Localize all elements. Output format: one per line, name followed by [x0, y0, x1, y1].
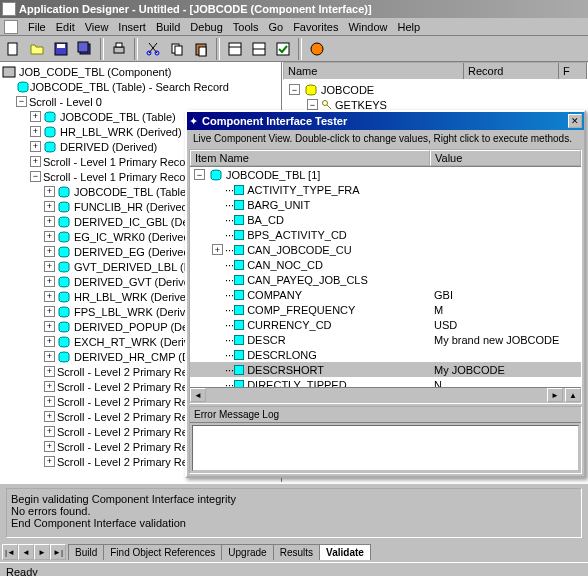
ci-root[interactable]: − JOBCODE [285, 82, 586, 97]
expand-icon[interactable]: + [44, 276, 55, 287]
menu-view[interactable]: View [85, 21, 109, 33]
grid-row[interactable]: ···DESCRSHORTMy JOBCODE [190, 362, 581, 377]
row-value[interactable]: N [430, 379, 581, 388]
expand-icon[interactable]: + [30, 111, 41, 122]
tab-results[interactable]: Results [273, 544, 320, 560]
col-itemname[interactable]: Item Name [190, 150, 430, 166]
expand-icon[interactable]: + [44, 396, 55, 407]
expand-icon[interactable]: + [30, 156, 41, 167]
menu-help[interactable]: Help [398, 21, 421, 33]
grid-row[interactable]: ···COMP_FREQUENCYM [190, 302, 581, 317]
collapse-icon[interactable]: − [289, 84, 300, 95]
collapse-icon[interactable]: − [194, 169, 205, 180]
grid-root[interactable]: − JOBCODE_TBL [1] [190, 167, 581, 182]
grid-body[interactable]: − JOBCODE_TBL [1] ···ACTIVITY_TYPE_FRA··… [190, 167, 581, 387]
validate-button[interactable] [272, 38, 294, 60]
expand-icon[interactable]: + [44, 456, 55, 467]
tab-next-button[interactable]: ► [34, 544, 50, 560]
expand-icon[interactable]: + [44, 246, 55, 257]
hscrollbar[interactable]: ◄ ► ▲ [190, 387, 581, 403]
row-value[interactable]: My brand new JOBCODE [430, 334, 581, 346]
new-button[interactable] [2, 38, 24, 60]
expand-icon[interactable]: + [44, 321, 55, 332]
menu-go[interactable]: Go [268, 21, 283, 33]
expand-icon[interactable]: + [30, 141, 41, 152]
tab-first-button[interactable]: |◄ [2, 544, 18, 560]
grid-row[interactable]: ···BA_CD [190, 212, 581, 227]
tree-search-record[interactable]: JOBCODE_TBL (Table) - Search Record [2, 79, 279, 94]
scroll-left-button[interactable]: ◄ [190, 388, 206, 402]
scroll-track[interactable] [206, 388, 547, 403]
tab-last-button[interactable]: ►| [50, 544, 66, 560]
expand-icon[interactable]: + [44, 336, 55, 347]
menu-file[interactable]: File [28, 21, 46, 33]
expand-icon[interactable]: + [44, 216, 55, 227]
expand-icon[interactable]: + [44, 186, 55, 197]
menu-tools[interactable]: Tools [233, 21, 259, 33]
grid-row[interactable]: +···CAN_JOBCODE_CU [190, 242, 581, 257]
menu-edit[interactable]: Edit [56, 21, 75, 33]
grid-row[interactable]: ···CAN_PAYEQ_JOB_CLS [190, 272, 581, 287]
grid-row[interactable]: ···DESCRMy brand new JOBCODE [190, 332, 581, 347]
tab-build[interactable]: Build [68, 544, 104, 560]
row-value[interactable]: My JOBCODE [430, 364, 581, 376]
tree-scroll-0[interactable]: − Scroll - Level 0 [2, 94, 279, 109]
error-log-body[interactable] [192, 425, 579, 471]
tab-validate[interactable]: Validate [319, 544, 371, 560]
menu-window[interactable]: Window [348, 21, 387, 33]
scroll-up-button[interactable]: ▲ [565, 388, 581, 402]
grid-row[interactable]: ···DESCRLONG [190, 347, 581, 362]
tree-root[interactable]: JOB_CODE_TBL (Component) [2, 64, 279, 79]
expand-icon[interactable]: + [44, 351, 55, 362]
menu-build[interactable]: Build [156, 21, 180, 33]
copy-button[interactable] [166, 38, 188, 60]
grid-row[interactable]: ···CURRENCY_CDUSD [190, 317, 581, 332]
collapse-icon[interactable]: − [30, 171, 41, 182]
row-value[interactable]: GBI [430, 289, 581, 301]
tab-upgrade[interactable]: Upgrade [221, 544, 273, 560]
expand-icon[interactable]: + [30, 126, 41, 137]
open-button[interactable] [26, 38, 48, 60]
expand-icon[interactable]: + [44, 426, 55, 437]
expand-icon[interactable]: + [44, 231, 55, 242]
grid-row[interactable]: ···ACTIVITY_TYPE_FRA [190, 182, 581, 197]
properties-button[interactable] [224, 38, 246, 60]
ci-tester-dialog[interactable]: ✦ Component Interface Tester ✕ Live Comp… [185, 110, 586, 478]
expand-icon[interactable]: + [44, 291, 55, 302]
print-button[interactable] [108, 38, 130, 60]
collapse-icon[interactable]: − [16, 96, 27, 107]
menu-insert[interactable]: Insert [118, 21, 146, 33]
menu-debug[interactable]: Debug [190, 21, 222, 33]
menu-favorites[interactable]: Favorites [293, 21, 338, 33]
save-button[interactable] [50, 38, 72, 60]
close-button[interactable]: ✕ [568, 114, 582, 128]
expand-icon[interactable]: + [212, 244, 223, 255]
tab-find[interactable]: Find Object References [103, 544, 222, 560]
scroll-right-button[interactable]: ► [547, 388, 563, 402]
col-record[interactable]: Record [464, 63, 559, 79]
expand-icon[interactable]: + [44, 411, 55, 422]
grid-row[interactable]: ···BPS_ACTIVITY_CD [190, 227, 581, 242]
saveall-button[interactable] [74, 38, 96, 60]
row-value[interactable]: USD [430, 319, 581, 331]
run-button[interactable] [306, 38, 328, 60]
cut-button[interactable] [142, 38, 164, 60]
col-name[interactable]: Name [284, 63, 464, 79]
grid-row[interactable]: ···BARG_UNIT [190, 197, 581, 212]
expand-icon[interactable]: + [44, 441, 55, 452]
grid-row[interactable]: ···COMPANYGBI [190, 287, 581, 302]
output-box[interactable]: Begin validating Component Interface int… [6, 488, 582, 538]
tab-prev-button[interactable]: ◄ [18, 544, 34, 560]
paste-button[interactable] [190, 38, 212, 60]
row-value[interactable]: M [430, 304, 581, 316]
expand-icon[interactable]: + [44, 366, 55, 377]
grid-row[interactable]: ···CAN_NOC_CD [190, 257, 581, 272]
col-value[interactable]: Value [430, 150, 581, 166]
dialog-titlebar[interactable]: ✦ Component Interface Tester ✕ [187, 112, 584, 130]
col-f[interactable]: F [559, 63, 587, 79]
collapse-icon[interactable]: − [307, 99, 318, 110]
expand-icon[interactable]: + [44, 306, 55, 317]
expand-icon[interactable]: + [44, 261, 55, 272]
expand-icon[interactable]: + [44, 201, 55, 212]
build-button[interactable] [248, 38, 270, 60]
